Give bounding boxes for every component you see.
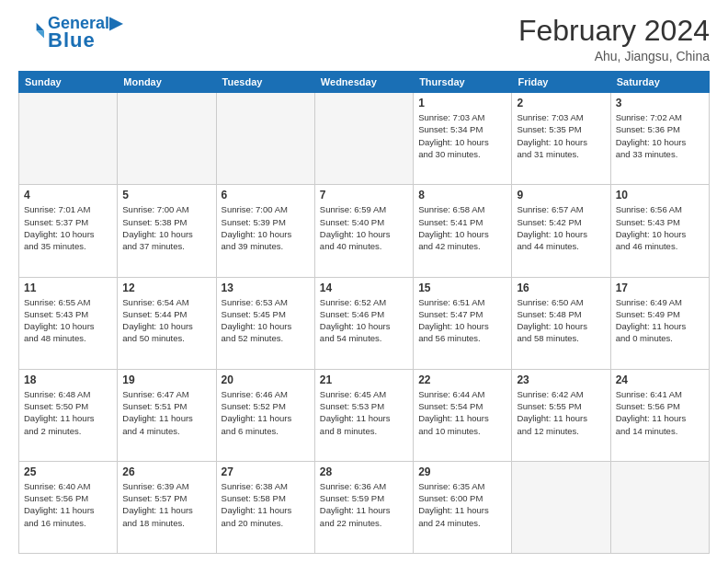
day-info: Sunrise: 6:48 AMSunset: 5:50 PMDaylight:…: [24, 388, 112, 437]
day-number: 13: [222, 282, 310, 294]
day-number: 20: [222, 373, 310, 386]
day-info: Sunrise: 7:00 AMSunset: 5:39 PMDaylight:…: [222, 203, 310, 252]
day-cell: [314, 93, 413, 185]
day-cell: 7Sunrise: 6:59 AMSunset: 5:40 PMDaylight…: [314, 185, 413, 277]
day-cell: 9Sunrise: 6:57 AMSunset: 5:42 PMDaylight…: [512, 185, 610, 277]
day-cell: 18Sunrise: 6:48 AMSunset: 5:50 PMDayligh…: [19, 369, 118, 461]
day-number: 15: [418, 282, 506, 294]
col-wednesday: Wednesday: [314, 72, 413, 93]
day-info: Sunrise: 6:59 AMSunset: 5:40 PMDaylight:…: [320, 203, 408, 252]
logo: General▶ Blue: [18, 15, 122, 52]
logo-icon: [18, 20, 44, 46]
day-cell: 23Sunrise: 6:42 AMSunset: 5:55 PMDayligh…: [512, 369, 610, 461]
day-number: 19: [122, 373, 210, 386]
page: General▶ Blue February 2024 Ahu, Jiangsu…: [0, 0, 728, 563]
title-area: February 2024 Ahu, Jiangsu, China: [518, 15, 710, 63]
day-info: Sunrise: 7:01 AMSunset: 5:37 PMDaylight:…: [24, 203, 112, 252]
day-cell: 3Sunrise: 7:02 AMSunset: 5:36 PMDaylight…: [610, 93, 709, 185]
day-info: Sunrise: 6:52 AMSunset: 5:46 PMDaylight:…: [320, 296, 408, 345]
calendar-body: 1Sunrise: 7:03 AMSunset: 5:34 PMDaylight…: [19, 93, 710, 554]
header: General▶ Blue February 2024 Ahu, Jiangsu…: [18, 15, 710, 63]
day-cell: 22Sunrise: 6:44 AMSunset: 5:54 PMDayligh…: [414, 369, 512, 461]
day-info: Sunrise: 6:53 AMSunset: 5:45 PMDaylight:…: [222, 296, 310, 345]
day-info: Sunrise: 6:35 AMSunset: 6:00 PMDaylight:…: [418, 480, 506, 529]
day-cell: 11Sunrise: 6:55 AMSunset: 5:43 PMDayligh…: [19, 277, 118, 369]
calendar: Sunday Monday Tuesday Wednesday Thursday…: [18, 71, 710, 554]
week-row-1: 1Sunrise: 7:03 AMSunset: 5:34 PMDaylight…: [19, 93, 710, 185]
day-cell: 21Sunrise: 6:45 AMSunset: 5:53 PMDayligh…: [314, 369, 413, 461]
day-cell: [610, 461, 709, 553]
col-sunday: Sunday: [19, 72, 118, 93]
day-info: Sunrise: 6:50 AMSunset: 5:48 PMDaylight:…: [517, 296, 605, 345]
day-number: 14: [320, 282, 408, 294]
day-cell: [512, 461, 610, 553]
day-cell: 14Sunrise: 6:52 AMSunset: 5:46 PMDayligh…: [314, 277, 413, 369]
day-cell: 1Sunrise: 7:03 AMSunset: 5:34 PMDaylight…: [414, 93, 512, 185]
day-cell: 10Sunrise: 6:56 AMSunset: 5:43 PMDayligh…: [610, 185, 709, 277]
day-info: Sunrise: 6:56 AMSunset: 5:43 PMDaylight:…: [616, 203, 704, 252]
day-number: 29: [418, 465, 506, 478]
day-number: 5: [122, 189, 210, 201]
day-number: 6: [222, 189, 310, 201]
day-info: Sunrise: 6:41 AMSunset: 5:56 PMDaylight:…: [616, 388, 704, 437]
week-row-2: 4Sunrise: 7:01 AMSunset: 5:37 PMDaylight…: [19, 185, 710, 277]
day-number: 28: [320, 465, 408, 478]
day-info: Sunrise: 6:42 AMSunset: 5:55 PMDaylight:…: [517, 388, 605, 437]
day-info: Sunrise: 6:36 AMSunset: 5:59 PMDaylight:…: [320, 480, 408, 529]
header-row: Sunday Monday Tuesday Wednesday Thursday…: [19, 72, 710, 93]
day-cell: 17Sunrise: 6:49 AMSunset: 5:49 PMDayligh…: [610, 277, 709, 369]
day-info: Sunrise: 6:51 AMSunset: 5:47 PMDaylight:…: [418, 296, 506, 345]
svg-marker-0: [37, 23, 44, 30]
day-info: Sunrise: 6:40 AMSunset: 5:56 PMDaylight:…: [24, 480, 112, 529]
day-number: 3: [616, 97, 704, 109]
week-row-5: 25Sunrise: 6:40 AMSunset: 5:56 PMDayligh…: [19, 461, 710, 553]
day-cell: 29Sunrise: 6:35 AMSunset: 6:00 PMDayligh…: [414, 461, 512, 553]
day-cell: 5Sunrise: 7:00 AMSunset: 5:38 PMDaylight…: [118, 185, 216, 277]
col-monday: Monday: [118, 72, 216, 93]
day-info: Sunrise: 7:03 AMSunset: 5:34 PMDaylight:…: [418, 111, 506, 160]
day-info: Sunrise: 6:46 AMSunset: 5:52 PMDaylight:…: [222, 388, 310, 437]
calendar-header: Sunday Monday Tuesday Wednesday Thursday…: [19, 72, 710, 93]
day-cell: 19Sunrise: 6:47 AMSunset: 5:51 PMDayligh…: [118, 369, 216, 461]
day-info: Sunrise: 6:49 AMSunset: 5:49 PMDaylight:…: [616, 296, 704, 345]
day-cell: 24Sunrise: 6:41 AMSunset: 5:56 PMDayligh…: [610, 369, 709, 461]
col-saturday: Saturday: [610, 72, 709, 93]
day-cell: 25Sunrise: 6:40 AMSunset: 5:56 PMDayligh…: [19, 461, 118, 553]
day-number: 10: [616, 189, 704, 201]
day-cell: 13Sunrise: 6:53 AMSunset: 5:45 PMDayligh…: [216, 277, 314, 369]
day-info: Sunrise: 7:03 AMSunset: 5:35 PMDaylight:…: [517, 111, 605, 160]
day-number: 25: [24, 465, 112, 478]
day-info: Sunrise: 7:00 AMSunset: 5:38 PMDaylight:…: [122, 203, 210, 252]
day-cell: 12Sunrise: 6:54 AMSunset: 5:44 PMDayligh…: [118, 277, 216, 369]
day-info: Sunrise: 6:57 AMSunset: 5:42 PMDaylight:…: [517, 203, 605, 252]
day-number: 9: [517, 189, 605, 201]
week-row-3: 11Sunrise: 6:55 AMSunset: 5:43 PMDayligh…: [19, 277, 710, 369]
day-cell: 8Sunrise: 6:58 AMSunset: 5:41 PMDaylight…: [414, 185, 512, 277]
day-number: 7: [320, 189, 408, 201]
day-cell: [216, 93, 314, 185]
day-number: 12: [122, 282, 210, 294]
col-friday: Friday: [512, 72, 610, 93]
day-info: Sunrise: 7:02 AMSunset: 5:36 PMDaylight:…: [616, 111, 704, 160]
day-cell: [19, 93, 118, 185]
day-number: 4: [24, 189, 112, 201]
day-cell: 15Sunrise: 6:51 AMSunset: 5:47 PMDayligh…: [414, 277, 512, 369]
day-cell: 6Sunrise: 7:00 AMSunset: 5:39 PMDaylight…: [216, 185, 314, 277]
svg-rect-2: [18, 20, 37, 45]
day-number: 18: [24, 373, 112, 386]
day-number: 22: [418, 373, 506, 386]
day-cell: 16Sunrise: 6:50 AMSunset: 5:48 PMDayligh…: [512, 277, 610, 369]
day-info: Sunrise: 6:45 AMSunset: 5:53 PMDaylight:…: [320, 388, 408, 437]
day-number: 11: [24, 282, 112, 294]
day-cell: 2Sunrise: 7:03 AMSunset: 5:35 PMDaylight…: [512, 93, 610, 185]
day-cell: 4Sunrise: 7:01 AMSunset: 5:37 PMDaylight…: [19, 185, 118, 277]
week-row-4: 18Sunrise: 6:48 AMSunset: 5:50 PMDayligh…: [19, 369, 710, 461]
day-info: Sunrise: 6:58 AMSunset: 5:41 PMDaylight:…: [418, 203, 506, 252]
day-number: 27: [222, 465, 310, 478]
day-number: 23: [517, 373, 605, 386]
day-number: 26: [122, 465, 210, 478]
day-info: Sunrise: 6:38 AMSunset: 5:58 PMDaylight:…: [222, 480, 310, 529]
day-info: Sunrise: 6:39 AMSunset: 5:57 PMDaylight:…: [122, 480, 210, 529]
main-title: February 2024: [518, 15, 710, 47]
day-number: 17: [616, 282, 704, 294]
